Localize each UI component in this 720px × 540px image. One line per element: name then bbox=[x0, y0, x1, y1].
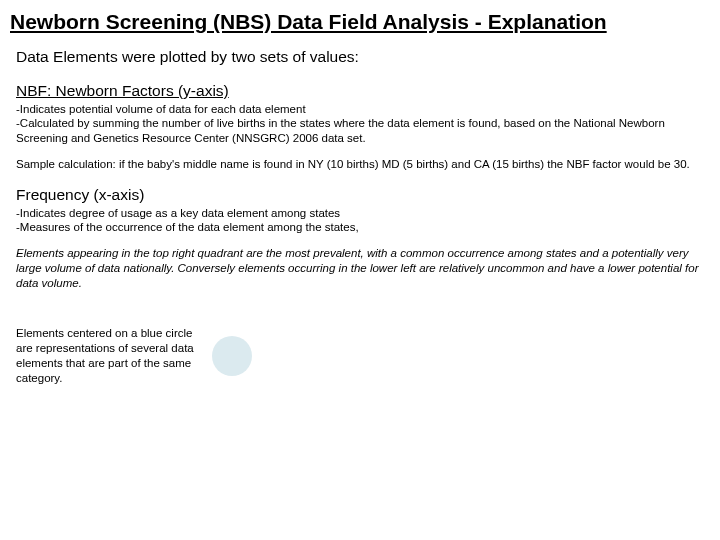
nbf-heading: NBF: Newborn Factors (y-axis) bbox=[16, 82, 702, 100]
nbf-sample: Sample calculation: if the baby's middle… bbox=[16, 157, 702, 171]
nbf-bullets: -Indicates potential volume of data for … bbox=[16, 102, 702, 145]
nbf-bullet-2: -Calculated by summing the number of liv… bbox=[16, 116, 702, 145]
freq-bullet-1: -Indicates degree of usage as a key data… bbox=[16, 206, 702, 220]
quadrant-note: Elements appearing in the top right quad… bbox=[16, 246, 702, 290]
legend-text: Elements centered on a blue circle are r… bbox=[16, 326, 194, 385]
intro-text: Data Elements were plotted by two sets o… bbox=[16, 48, 702, 66]
document-page: Newborn Screening (NBS) Data Field Analy… bbox=[0, 0, 720, 385]
legend-row: Elements centered on a blue circle are r… bbox=[16, 326, 702, 385]
page-title: Newborn Screening (NBS) Data Field Analy… bbox=[10, 10, 702, 34]
freq-heading: Frequency (x-axis) bbox=[16, 186, 702, 204]
freq-bullet-2: -Measures of the occurrence of the data … bbox=[16, 220, 702, 234]
freq-bullets: -Indicates degree of usage as a key data… bbox=[16, 206, 702, 235]
nbf-bullet-1: -Indicates potential volume of data for … bbox=[16, 102, 702, 116]
blue-circle-icon bbox=[212, 336, 252, 376]
